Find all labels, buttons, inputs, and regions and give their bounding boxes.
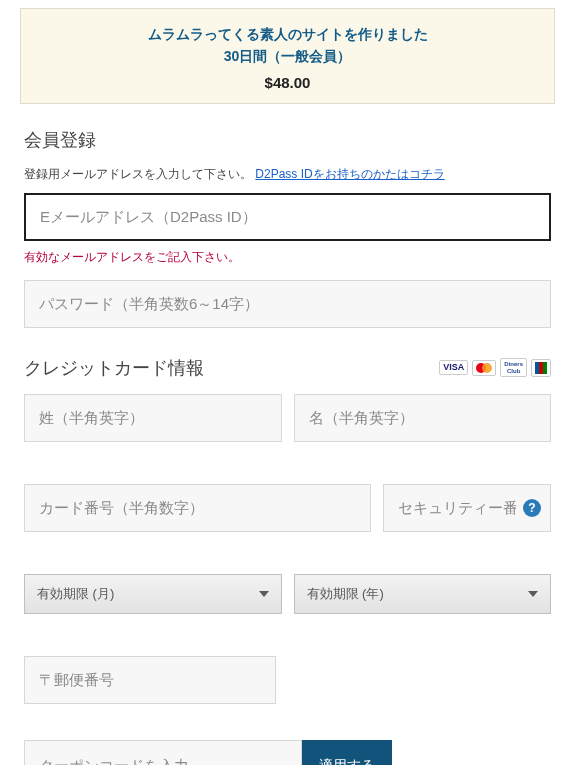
- register-section: 会員登録 登録用メールアドレスを入力して下さい。 D2Pass IDをお持ちのか…: [24, 128, 551, 328]
- lastname-input[interactable]: [24, 394, 282, 442]
- jcb-icon: [531, 359, 551, 377]
- exp-month-select[interactable]: 有効期限 (月): [24, 574, 282, 614]
- apply-coupon-button[interactable]: 適用する: [302, 740, 392, 765]
- product-title-line2: 30日間（一般会員）: [31, 45, 544, 67]
- cc-heading: クレジットカード情報: [24, 356, 204, 380]
- cc-logos: VISA DinersClub: [439, 358, 551, 377]
- cc-header: クレジットカード情報 VISA DinersClub: [24, 356, 551, 380]
- register-helper: 登録用メールアドレスを入力して下さい。 D2Pass IDをお持ちのかたはコチラ: [24, 166, 551, 183]
- coupon-row: 適用する: [24, 740, 392, 765]
- visa-icon: VISA: [439, 360, 468, 375]
- zip-input[interactable]: [24, 656, 276, 704]
- register-heading: 会員登録: [24, 128, 551, 152]
- product-title-line1: ムラムラってくる素人のサイトを作りました: [31, 23, 544, 45]
- d2pass-existing-link[interactable]: D2Pass IDをお持ちのかたはコチラ: [255, 167, 444, 181]
- email-error-message: 有効なメールアドレスをご記入下さい。: [24, 249, 551, 266]
- creditcard-section: クレジットカード情報 VISA DinersClub ? 有効期限 (月) 有効…: [24, 356, 551, 765]
- coupon-input[interactable]: [24, 740, 302, 765]
- firstname-input[interactable]: [294, 394, 552, 442]
- helper-text: 登録用メールアドレスを入力して下さい。: [24, 167, 252, 181]
- email-input[interactable]: [24, 193, 551, 241]
- mastercard-icon: [472, 360, 496, 376]
- diners-icon: DinersClub: [500, 358, 527, 377]
- password-input[interactable]: [24, 280, 551, 328]
- cardnumber-input[interactable]: [24, 484, 371, 532]
- exp-year-select[interactable]: 有効期限 (年): [294, 574, 552, 614]
- product-price: $48.00: [31, 74, 544, 91]
- product-banner: ムラムラってくる素人のサイトを作りました 30日間（一般会員） $48.00: [20, 8, 555, 104]
- security-help-icon[interactable]: ?: [523, 499, 541, 517]
